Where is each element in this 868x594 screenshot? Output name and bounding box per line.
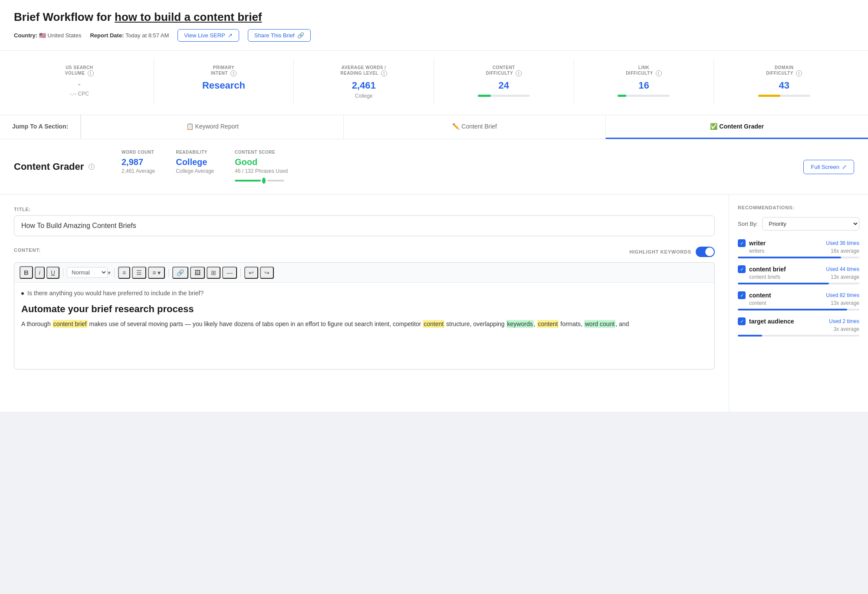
rec-keyword-writer: writer [749,240,826,247]
stat-primary-intent: PRIMARYINTENT i Research [154,59,294,104]
stat-domain-difficulty: DOMAINDIFFICULTY i 43 [714,59,854,104]
font-size-select[interactable]: Normal Heading 1 Heading 2 [67,267,108,278]
bullet-dot [21,292,24,295]
highlight-content: content [423,320,444,328]
sort-row: Sort By: Priority Usage Alphabetical [738,217,859,231]
stat-sub: College [302,93,425,99]
progress-green [235,180,261,182]
stat-link-difficulty: LINKDIFFICULTY i 16 [574,59,714,104]
stat-us-search-volume: US SEARCHVOLUME i - -.-- CPC [14,59,154,104]
toolbar-separator [240,268,241,277]
unordered-list-button[interactable]: ☰ [132,267,146,279]
bold-button[interactable]: B [20,266,33,279]
stat-value: 16 [583,80,705,91]
rec-used-content-brief: Used 44 times [826,266,859,272]
rec-used-content: Used 82 times [826,292,859,298]
rec-bar-track-content [738,309,859,310]
divider-button[interactable]: — [222,267,237,279]
image-button[interactable]: 🖼 [190,267,205,279]
rec-keyword-target-audience: target audience [749,318,829,325]
main-content: Title: How To Build Amazing Content Brie… [0,195,868,412]
info-icon[interactable]: i [89,164,95,170]
rec-item-content: ✓ content Used 82 times content13x avera… [738,291,859,310]
link-button[interactable]: 🔗 [172,267,188,279]
page-title: Brief Workflow for how to build a conten… [14,10,854,24]
ordered-list-button[interactable]: ≡ [118,267,130,279]
tab-content-brief[interactable]: ✏️ Content Brief [343,115,606,139]
rec-keyword-content-brief: content brief [749,266,826,273]
editor-content[interactable]: Is there anything you would have preferr… [14,283,715,370]
dropdown-icon: ▾ [108,269,111,276]
title-input[interactable]: How To Build Amazing Content Briefs [14,215,715,236]
rec-checkbox-content[interactable]: ✓ [738,291,746,299]
recommendations-title: Recommendations: [738,205,859,210]
info-icon[interactable]: i [796,70,802,76]
italic-button[interactable]: i [35,267,45,279]
rec-bar-track-content-brief [738,283,859,284]
score-progress-bar [235,178,288,184]
tab-content-grader[interactable]: ✅ Content Grader [605,115,868,139]
info-icon[interactable]: i [516,70,522,76]
rec-bar-fill-target-audience [738,335,762,337]
recommendations-panel: Recommendations: Sort By: Priority Usage… [729,195,868,412]
grader-stats: Word Count 2,987 2,461 Average Readabili… [122,150,783,184]
grader-header: Content Grader i Word Count 2,987 2,461 … [0,139,868,195]
highlight-label: Highlight Keywords [629,249,691,254]
bullet-item: Is there anything you would have preferr… [21,290,707,297]
header-section: Brief Workflow for how to build a conten… [0,0,868,51]
redo-button[interactable]: ↪ [260,267,274,279]
content-paragraph: A thorough content brief makes use of se… [21,319,707,329]
grader-readability-value: College [176,157,214,167]
highlight-toggle-switch[interactable] [696,247,715,257]
rec-item-target-audience: ✓ target audience Used 2 times 3x averag… [738,317,859,337]
editor-toolbar: B i U Normal Heading 1 Heading 2 ▾ ≡ ☰ ≡… [14,262,715,283]
title-link[interactable]: how to build a content brief [115,10,262,23]
progress-gray [267,180,284,182]
info-icon[interactable]: i [656,70,662,76]
rec-used-target-audience: Used 2 times [829,318,859,324]
info-icon[interactable]: i [88,70,94,76]
report-date-value: Today at 8:57 AM [125,32,169,39]
rec-sub-content-brief: content briefs13x average [749,274,859,280]
stats-grid: US SEARCHVOLUME i - -.-- CPC PRIMARYINTE… [14,59,854,104]
stat-bar-fill [618,95,626,97]
rec-keyword-content: content [749,292,826,299]
table-button[interactable]: ⊞ [207,267,220,279]
toggle-knob [705,248,714,256]
country-name: United States [47,32,81,39]
view-live-serp-button[interactable]: View Live SERP ↗ [178,29,239,42]
page-wrapper: Brief Workflow for how to build a conten… [0,0,868,594]
tab-keyword-report[interactable]: 📋 Keyword Report [81,115,343,139]
grader-content-score: Content Score Good 46 / 132 Phrases Used [235,150,288,184]
rec-checkbox-writer[interactable]: ✓ [738,239,746,247]
stat-bar-track [478,95,530,97]
content-heading: Automate your brief research process [21,304,707,315]
underline-button[interactable]: U [46,267,59,279]
stat-bar-fill [758,95,781,97]
sort-select[interactable]: Priority Usage Alphabetical [762,217,859,231]
toolbar-separator [114,268,115,277]
undo-button[interactable]: ↩ [244,267,258,279]
rec-item-writer: ✓ writer Used 36 times writers16x averag… [738,239,859,258]
country-meta: Country: 🇺🇸 United States [14,32,81,39]
info-icon[interactable]: i [381,70,387,76]
country-flag: 🇺🇸 [39,32,48,39]
stat-value: Research [163,80,285,91]
stats-section: US SEARCHVOLUME i - -.-- CPC PRIMARYINTE… [0,51,868,115]
external-link-icon: ↗ [228,32,233,39]
title-prefix: Brief Workflow for [14,10,115,23]
info-icon[interactable]: i [230,70,237,76]
grader-word-count-value: 2,987 [122,157,155,167]
stat-value: 2,461 [302,80,425,91]
fullscreen-button[interactable]: Full Screen ⤢ [803,160,854,174]
rec-checkbox-content-brief[interactable]: ✓ [738,265,746,273]
rec-checkbox-target-audience[interactable]: ✓ [738,317,746,325]
align-button[interactable]: ≡ ▾ [148,267,165,279]
toolbar-separator [168,268,169,277]
stat-bar-track [618,95,670,97]
title-field-label: Title: [14,207,715,212]
rec-item-content-brief: ✓ content brief Used 44 times content br… [738,265,859,284]
share-brief-button[interactable]: Share This Brief 🔗 [248,29,311,42]
highlight-content2: content [537,320,559,328]
stat-content-difficulty: CONTENTDIFFICULTY i 24 [434,59,574,104]
